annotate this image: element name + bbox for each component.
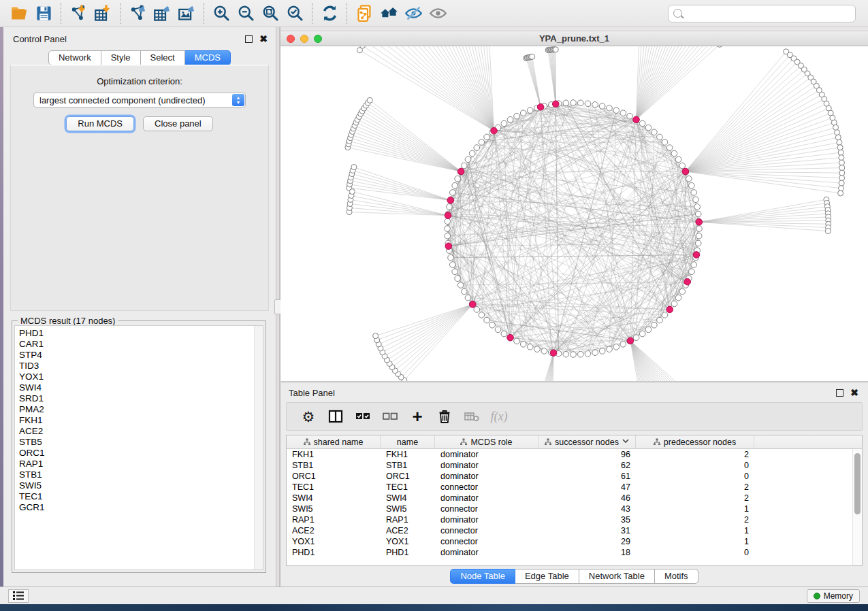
mcds-node[interactable] [627, 337, 634, 344]
zoom-selected-icon[interactable] [283, 3, 307, 24]
delete-column-icon[interactable] [432, 405, 457, 428]
tab-select[interactable]: Select [141, 50, 185, 65]
table-row[interactable]: STB1STB1dominator620 [287, 460, 852, 471]
column-header-MCDS-role[interactable]: MCDS role [435, 435, 539, 448]
tab-mcds[interactable]: MCDS [185, 50, 231, 65]
mcds-result-item[interactable]: RAP1 [15, 459, 263, 469]
column-header-shared-name[interactable]: shared name [287, 435, 381, 448]
float-panel-icon[interactable] [245, 35, 253, 43]
table-row[interactable]: SWI4SWI4dominator462 [287, 493, 852, 503]
mcds-result-item[interactable]: SRD1 [15, 393, 263, 404]
mcds-node[interactable] [682, 168, 689, 175]
mcds-node[interactable] [507, 334, 514, 341]
column-header-name[interactable]: name [381, 435, 435, 448]
tab-node-table[interactable]: Node Table [450, 569, 515, 584]
create-column-icon[interactable]: + [405, 405, 430, 428]
zoom-in-icon[interactable] [209, 3, 234, 24]
mcds-result-item[interactable]: CAR1 [15, 339, 263, 350]
mcds-node[interactable] [633, 116, 640, 123]
export-network-icon[interactable] [125, 3, 150, 24]
tab-style[interactable]: Style [101, 50, 141, 65]
mcds-result-item[interactable]: SWI4 [15, 382, 263, 393]
table-row[interactable]: ORC1ORC1dominator610 [287, 471, 852, 482]
close-panel-button[interactable]: Close panel [143, 116, 213, 131]
export-image-icon[interactable] [174, 3, 199, 24]
column-header-successor-nodes[interactable]: successor nodes [539, 435, 636, 448]
tab-network[interactable]: Network [48, 50, 101, 65]
import-network-icon[interactable] [66, 3, 91, 24]
mcds-list-scrollbar[interactable] [254, 326, 263, 569]
table-row[interactable]: YOX1YOX1connector291 [287, 536, 852, 547]
vertical-splitter[interactable] [276, 27, 280, 587]
run-mcds-button[interactable]: Run MCDS [66, 116, 134, 131]
table-row[interactable]: FKH1FKH1dominator962 [287, 449, 852, 460]
mcds-node[interactable] [684, 278, 691, 285]
mcds-result-item[interactable]: PHD1 [15, 328, 263, 339]
close-panel-icon[interactable]: ✖ [259, 35, 268, 43]
task-history-button[interactable] [8, 589, 29, 603]
mcds-result-item[interactable]: PMA2 [15, 404, 263, 415]
table-row[interactable]: ACE2ACE2connector311 [287, 525, 852, 536]
zoom-fit-icon[interactable] [258, 3, 283, 24]
export-table-icon[interactable] [150, 3, 174, 24]
apply-layout-icon[interactable] [317, 3, 342, 24]
network-graph[interactable] [280, 46, 868, 381]
column-header-predecessor-nodes[interactable]: predecessor nodes [636, 435, 754, 448]
network-view-canvas[interactable] [280, 46, 868, 381]
table-row[interactable]: SWI5SWI5connector431 [287, 503, 852, 514]
float-table-panel-icon[interactable] [836, 389, 843, 397]
mcds-node[interactable] [445, 212, 451, 219]
mcds-node[interactable] [550, 350, 557, 357]
table-scrollbar-thumb[interactable] [854, 453, 861, 514]
show-columns-icon[interactable] [323, 405, 348, 428]
mcds-result-list[interactable]: PHD1CAR1STP4TID3YOX1SWI4SRD1PMA2FKH1ACE2… [14, 325, 263, 570]
table-row[interactable]: PHD1PHD1dominator180 [287, 547, 852, 558]
first-neighbors-icon[interactable] [376, 3, 401, 24]
mcds-result-item[interactable]: YOX1 [15, 371, 263, 382]
unselect-all-columns-icon[interactable] [378, 405, 402, 428]
new-network-from-selection-icon[interactable] [352, 3, 376, 24]
table-row[interactable]: RAP1RAP1dominator352 [287, 514, 852, 525]
mcds-node[interactable] [469, 301, 476, 308]
tab-motifs[interactable]: Motifs [655, 569, 698, 584]
table-options-icon[interactable]: ⚙ [296, 405, 321, 428]
mcds-result-item[interactable]: STB5 [15, 437, 263, 448]
mcds-result-item[interactable]: TEC1 [15, 491, 263, 502]
mcds-result-item[interactable]: ORC1 [15, 448, 263, 459]
mcds-node[interactable] [693, 252, 700, 259]
memory-button[interactable]: Memory [807, 589, 860, 603]
delete-table-icon[interactable] [460, 405, 484, 428]
mcds-node[interactable] [537, 104, 544, 111]
function-builder-icon[interactable]: f(x) [487, 405, 511, 428]
mcds-result-item[interactable]: FKH1 [15, 415, 263, 426]
mcds-result-item[interactable]: TID3 [15, 361, 263, 371]
save-session-icon[interactable] [31, 3, 56, 24]
show-all-icon[interactable] [425, 3, 450, 24]
mcds-node[interactable] [457, 168, 464, 175]
table-scrollbar[interactable] [852, 449, 862, 565]
mcds-node[interactable] [491, 127, 498, 134]
mcds-result-item[interactable]: GCR1 [15, 502, 263, 513]
zoom-out-icon[interactable] [234, 3, 258, 24]
mcds-node[interactable] [445, 243, 452, 250]
close-table-panel-icon[interactable]: ✖ [850, 389, 858, 397]
mcds-result-item[interactable]: STB1 [15, 469, 263, 480]
open-file-icon[interactable] [7, 3, 31, 24]
select-all-columns-icon[interactable] [351, 405, 375, 428]
tab-edge-table[interactable]: Edge Table [515, 569, 579, 584]
import-table-icon[interactable] [91, 3, 115, 24]
mcds-node[interactable] [666, 306, 673, 313]
table-row[interactable]: TEC1TEC1connector472 [287, 482, 852, 493]
mcds-result-item[interactable]: STP4 [15, 350, 263, 361]
network-window-titlebar[interactable]: YPA_prune.txt_1 [280, 31, 868, 46]
mcds-node[interactable] [696, 219, 703, 226]
search-input[interactable] [686, 8, 850, 18]
tab-network-table[interactable]: Network Table [579, 569, 655, 584]
mcds-node[interactable] [447, 197, 454, 204]
mcds-result-item[interactable]: ACE2 [15, 426, 263, 437]
search-field[interactable] [668, 5, 856, 22]
mcds-node[interactable] [552, 101, 559, 108]
mcds-result-item[interactable]: SWI5 [15, 480, 263, 491]
optimization-criterion-select[interactable]: largest connected component (undirected)… [33, 93, 246, 108]
hide-selected-icon[interactable] [401, 3, 425, 24]
